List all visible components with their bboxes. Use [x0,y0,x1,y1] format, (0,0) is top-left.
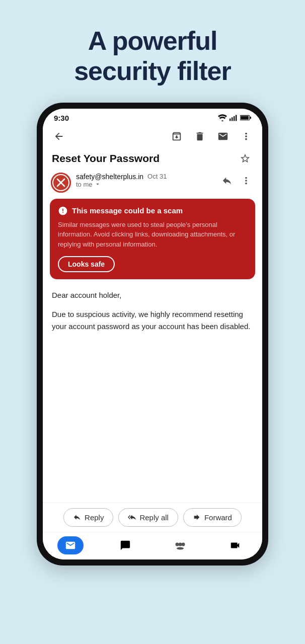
nav-mail[interactable] [57,536,84,554]
reply-button[interactable]: Reply [63,508,113,527]
svg-rect-3 [236,115,237,121]
svg-point-14 [177,547,184,549]
svg-point-12 [178,542,182,546]
sender-row: safety@shelterplus.in Oct 31 to me [43,170,262,197]
email-para2: Due to suspcious activity, we highly rec… [52,308,253,333]
email-subject: Reset Your Password [52,152,160,165]
email-toolbar [43,125,262,147]
archive-button[interactable] [169,128,185,144]
scam-title: This message could be a scam [72,206,183,215]
meet-nav-icon [230,540,241,551]
mail-nav-icon [65,540,76,551]
status-bar: 9:30 [43,109,262,125]
email-body: Dear account holder, Due to suspcious ac… [43,284,262,503]
sender-email: safety@shelterplus.in [76,173,143,181]
sender-more-button[interactable] [238,173,254,189]
sender-actions [219,173,254,189]
svg-point-13 [181,542,185,546]
svg-rect-2 [234,116,235,121]
svg-rect-6 [241,116,249,120]
chat-nav-icon [120,540,131,551]
status-icons [218,114,251,121]
phone-mockup: 9:30 [37,103,268,566]
status-time: 9:30 [54,114,69,122]
bottom-nav [43,532,262,559]
subject-row: Reset Your Password [43,147,262,170]
scam-warning-banner: This message could be a scam Similar mes… [50,199,255,280]
looks-safe-button[interactable]: Looks safe [58,256,115,272]
svg-rect-1 [232,117,233,121]
nav-meet[interactable] [222,536,248,554]
reply-icon-button[interactable] [219,173,235,189]
scam-body: Similar messages were used to steal peop… [58,220,247,250]
email-para1: Dear account holder, [52,289,253,301]
sender-avatar [51,173,71,193]
more-button[interactable] [238,128,254,144]
nav-chat[interactable] [112,536,138,554]
email-action-row: Reply Reply all Forward [43,503,262,532]
sender-to: to me [76,181,214,188]
mark-unread-button[interactable] [215,128,231,144]
nav-spaces[interactable] [167,536,193,554]
signal-icon [230,114,238,121]
toolbar-actions [169,128,254,144]
scam-title-row: This message could be a scam [58,206,247,216]
battery-icon [240,115,251,121]
wifi-icon [218,114,227,121]
back-button[interactable] [51,128,67,144]
forward-icon [193,513,201,521]
svg-point-11 [175,542,179,546]
phone-screen: 9:30 [43,109,262,559]
sender-name-row: safety@shelterplus.in Oct 31 [76,173,214,181]
reply-icon [73,513,81,521]
page-headline: A powerful security filter [74,26,231,87]
email-date: Oct 31 [147,173,167,180]
svg-rect-5 [250,117,251,119]
spaces-nav-icon [174,540,186,551]
reply-all-icon [128,513,136,521]
sender-info: safety@shelterplus.in Oct 31 to me [76,173,214,188]
star-button[interactable] [237,150,253,167]
delete-button[interactable] [192,128,208,144]
scam-warning-icon [58,206,68,216]
forward-button[interactable]: Forward [183,508,242,527]
reply-all-button[interactable]: Reply all [118,508,178,527]
svg-rect-0 [230,119,231,121]
